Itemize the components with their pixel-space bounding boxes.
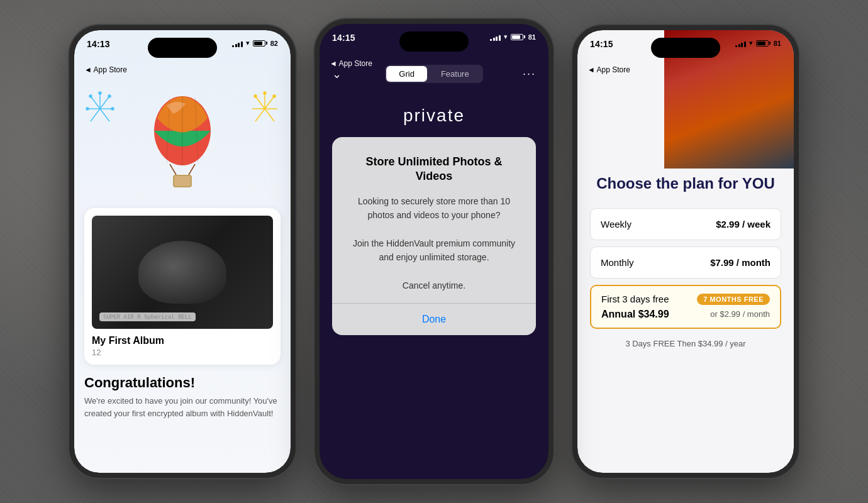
signal-icon-2 [490,33,501,41]
svg-line-20 [255,96,265,109]
svg-rect-19 [174,176,191,186]
album-label-text: SUPER AIR R Spherical BELL [99,312,196,321]
phone-3-screen: 14:15 ▾ 81 ◄ App Store [577,30,794,473]
plan-name-monthly: Monthly [601,257,634,268]
modal-body: Looking to securely store more than 10 p… [347,194,521,293]
phone-2-screen: 14:15 ▾ 81 ◄ App Store [320,24,548,479]
svg-line-17 [189,164,195,175]
nav-more-icon[interactable]: ··· [523,67,536,80]
balloon-icon [145,90,220,191]
modal-title: Store Unlimited Photos & Videos [347,155,521,184]
svg-line-16 [170,164,176,175]
svg-line-0 [91,96,100,109]
dynamic-island-3 [651,38,720,58]
svg-point-11 [111,108,114,110]
firework-left-icon [84,90,116,128]
months-free-badge: 7 MONTHS FREE [697,294,770,305]
svg-line-6 [100,109,109,121]
tab-feature[interactable]: Feature [428,66,482,82]
status-icons-2: ▾ 81 [490,33,536,41]
app-store-label-1: ◄ App Store [84,65,127,74]
dynamic-island-1 [148,38,217,58]
phone-2-nav: ⌄ Grid Feature ··· [320,65,548,83]
tab-grid[interactable]: Grid [386,66,427,82]
modal-overlay: Store Unlimited Photos & Videos Looking … [332,137,536,335]
battery-icon-3 [756,40,771,47]
svg-line-25 [255,109,265,121]
svg-line-2 [100,96,109,109]
status-time-3: 14:15 [590,39,613,49]
dynamic-island-2 [399,31,469,52]
modal-body-text: Looking to securely store more than 10 p… [358,196,510,220]
congrats-section: Congratulations! We're excited to have y… [84,375,281,419]
album-card: SUPER AIR R Spherical BELL My First Albu… [84,208,281,365]
wifi-icon-1: ▾ [246,39,250,47]
plan-row-annual[interactable]: First 3 days free 7 MONTHS FREE Annual $… [590,285,781,329]
wifi-icon-2: ▾ [504,33,508,41]
pricing-content: Choose the plan for YOU Weekly $2.99 / w… [577,175,794,348]
phone-2-title: private [320,106,548,126]
status-icons-3: ▾ 81 [735,39,781,47]
phone-2: 14:15 ▾ 81 ◄ App Store [314,19,554,484]
modal-community-text: Join the HiddenVault premium community a… [353,238,515,262]
modal-cancel-text: Cancel anytime. [403,280,465,290]
svg-point-28 [264,92,266,94]
modal-done-button[interactable]: Done [347,304,521,335]
album-image: SUPER AIR R Spherical BELL [92,216,273,329]
app-store-back-1[interactable]: ◄ App Store [84,65,127,74]
status-time-1: 14:13 [87,39,110,49]
congrats-title: Congratulations! [84,375,281,391]
free-trial-note: 3 Days FREE Then $34.99 / year [590,339,781,348]
signal-icon-3 [735,40,746,47]
album-count: 12 [92,348,273,357]
plan-row-weekly[interactable]: Weekly $2.99 / week [590,208,781,240]
phone-1: 14:13 ▾ 82 ◄ App Store [69,25,296,478]
status-icons-1: ▾ 82 [232,39,278,47]
battery-icon-2 [511,34,525,40]
plan-name-weekly: Weekly [601,219,632,229]
svg-point-27 [254,95,257,97]
svg-point-7 [89,95,92,97]
svg-line-22 [265,96,274,109]
battery-icon-1 [253,40,267,47]
helmet-shape [138,241,226,304]
phone-1-screen: 14:13 ▾ 82 ◄ App Store [74,30,291,473]
nav-chevron-icon[interactable]: ⌄ [332,67,342,81]
plan-row-monthly[interactable]: Monthly $7.99 / month [590,246,781,279]
congrats-text: We're excited to have you join our commu… [84,395,281,419]
album-title: My First Album [92,335,273,346]
svg-point-9 [108,95,111,97]
signal-icon-1 [232,40,243,47]
nav-tabs: Grid Feature [385,65,482,83]
plan-price-monthly: $7.99 / month [710,257,771,268]
wifi-icon-3: ▾ [749,39,753,47]
balloon-container [84,77,281,203]
status-time-2: 14:15 [332,33,355,43]
firework-right-icon [249,90,281,128]
plan-price-weekly: $2.99 / week [716,219,771,229]
phone-3: 14:15 ▾ 81 ◄ App Store [572,25,799,478]
app-store-back-3[interactable]: ◄ App Store [587,65,630,74]
annual-free-days-label: First 3 days free [601,294,669,304]
pricing-title: Choose the plan for YOU [590,175,781,193]
battery-percent-2: 81 [528,33,536,41]
annual-price-main: Annual $34.99 [601,309,669,320]
annual-price-monthly: or $2.99 / month [710,309,770,319]
battery-percent-1: 82 [270,40,278,47]
svg-line-5 [91,109,100,121]
svg-line-26 [265,109,274,121]
app-store-label-3: ◄ App Store [587,65,630,74]
svg-point-10 [86,108,89,110]
svg-point-29 [273,95,275,97]
svg-point-8 [99,92,101,94]
battery-percent-3: 81 [774,40,781,47]
phone-1-content: SUPER AIR R Spherical BELL My First Albu… [74,77,291,473]
